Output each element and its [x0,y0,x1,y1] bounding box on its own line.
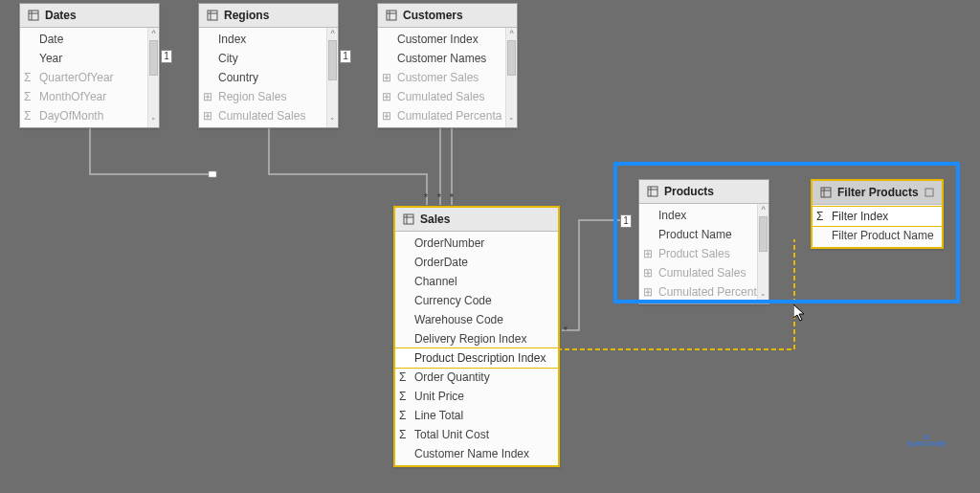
field[interactable]: ⊞Cumulated Sales [378,87,517,106]
field[interactable]: ΣQuarterOfYear [20,68,159,87]
scrollbar[interactable]: ^˅ [757,204,768,303]
field[interactable]: ΣMonthOfYear [20,87,159,106]
field[interactable]: Index [199,30,338,49]
measure-icon: ⊞ [643,266,653,280]
field[interactable]: Channel [395,272,558,291]
svg-rect-14 [648,187,657,196]
table-icon [28,10,39,21]
field[interactable]: Customer Name Index [395,444,558,463]
svg-rect-8 [387,11,396,20]
sigma-icon: Σ [816,210,823,223]
field[interactable]: ΣDayOfMonth [20,106,159,125]
scrollbar[interactable]: ^˅ [505,28,517,127]
table-icon [207,10,218,21]
expand-icon[interactable] [924,188,934,197]
table-icon [820,187,832,198]
field-selected[interactable]: Product Description Index [395,347,558,369]
measure-icon: ⊞ [382,71,391,84]
field[interactable]: OrderDate [395,253,558,272]
table-header[interactable]: Products [639,180,768,204]
table-header[interactable]: Filter Products [813,181,942,205]
field[interactable]: ⊞Region Sales [199,87,338,106]
table-title: Regions [224,9,269,22]
svg-rect-1 [209,171,216,177]
subscribe-badge: //// SUBSCRIBE [898,434,955,447]
cardinality-many: * [448,191,456,201]
svg-rect-20 [925,189,933,196]
cardinality-many: * [562,325,569,334]
sigma-icon: Σ [24,90,31,103]
field[interactable]: Warehouse Code [395,310,558,329]
field[interactable]: Customer Names [378,49,517,68]
field[interactable]: ΣUnit Price [395,387,558,406]
field[interactable]: Customer Index [378,30,517,49]
table-title: Filter Products [837,186,919,199]
table-header[interactable]: Dates [20,4,159,28]
table-products[interactable]: Products Index Product Name ⊞Product Sal… [638,179,769,304]
measure-icon: ⊞ [643,247,653,260]
sigma-icon: Σ [24,71,31,84]
scrollbar[interactable]: ^˅ [147,28,159,127]
table-customers[interactable]: Customers Customer Index Customer Names … [377,3,518,128]
field[interactable]: OrderNumber [395,234,558,253]
field[interactable]: Delivery Region Index [395,329,558,348]
table-icon [403,213,414,225]
sigma-icon: Σ [399,370,406,384]
sigma-icon: Σ [399,390,406,403]
cardinality-many: * [422,191,430,201]
field[interactable]: Index [639,206,768,225]
field[interactable]: Filter Product Name [813,226,942,245]
measure-icon: ⊞ [382,109,391,123]
field[interactable]: Product Name [639,225,768,244]
table-header[interactable]: Regions [199,4,338,28]
table-icon [386,10,397,21]
field[interactable]: Currency Code [395,291,558,310]
field[interactable]: ⊞Cumulated Percentag [639,282,768,302]
table-title: Products [664,185,714,198]
table-header[interactable]: Sales [395,208,558,232]
cardinality-many: * [435,191,443,201]
field[interactable]: Year [20,49,159,68]
field[interactable]: City [199,49,338,68]
table-regions[interactable]: Regions Index City Country ⊞Region Sales… [198,3,339,128]
svg-point-0 [210,171,215,177]
table-sales[interactable]: Sales OrderNumber OrderDate Channel Curr… [393,206,560,467]
svg-rect-2 [29,11,38,20]
measure-icon: ⊞ [643,285,653,299]
table-icon [647,186,658,197]
measure-icon: ⊞ [203,109,212,123]
cursor-icon [793,304,809,324]
field[interactable]: ΣTotal Unit Cost [395,425,558,444]
field[interactable]: ⊞Customer Sales [378,68,517,87]
scrollbar[interactable]: ^˅ [326,28,338,127]
sigma-icon: Σ [24,109,31,123]
svg-rect-5 [208,11,217,20]
field[interactable]: Country [199,68,338,87]
cardinality-one: 1 [161,50,172,63]
field[interactable]: ⊞Cumulated Percenta [378,106,517,125]
field[interactable]: ⊞Cumulated Sales [199,106,338,125]
field[interactable]: ⊞Product Sales [639,244,768,263]
cardinality-one: 1 [340,50,351,63]
table-dates[interactable]: Dates Date Year ΣQuarterOfYear ΣMonthOfY… [19,3,160,128]
table-title: Dates [45,9,77,22]
table-filter-products[interactable]: Filter Products ΣFilter Index Filter Pro… [811,179,944,249]
table-title: Sales [420,213,450,226]
sigma-icon: Σ [399,409,406,422]
field[interactable]: ΣOrder Quantity [395,368,558,387]
cardinality-one: 1 [620,214,632,228]
table-title: Customers [403,9,463,22]
field-selected[interactable]: ΣFilter Index [813,206,942,227]
model-canvas[interactable]: 1 1 * * * * 1 1 Dates Date Year ΣQuarter… [0,0,980,493]
sigma-icon: Σ [399,428,406,441]
field[interactable]: ΣLine Total [395,406,558,425]
table-header[interactable]: Customers [378,4,517,28]
svg-rect-17 [821,188,831,197]
field[interactable]: Date [20,30,159,49]
svg-rect-11 [404,214,413,224]
measure-icon: ⊞ [203,90,212,103]
field[interactable]: ⊞Cumulated Sales [639,263,768,282]
measure-icon: ⊞ [382,90,391,103]
